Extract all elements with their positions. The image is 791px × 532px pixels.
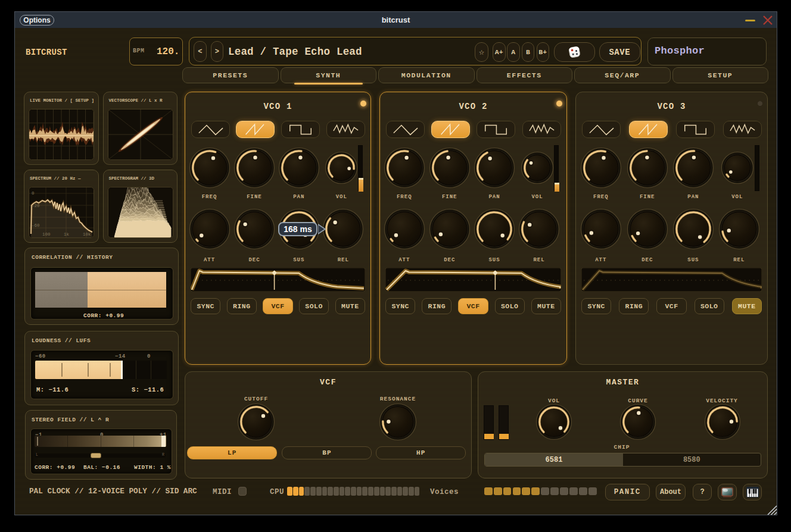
svg-text:-60: -60 — [32, 223, 40, 228]
svg-text:100: 100 — [42, 232, 51, 237]
svg-text:10k: 10k — [83, 232, 91, 237]
svg-text:1k: 1k — [64, 232, 70, 237]
svg-text:0: 0 — [32, 191, 35, 196]
svg-text:-20: -20 — [32, 204, 40, 208]
